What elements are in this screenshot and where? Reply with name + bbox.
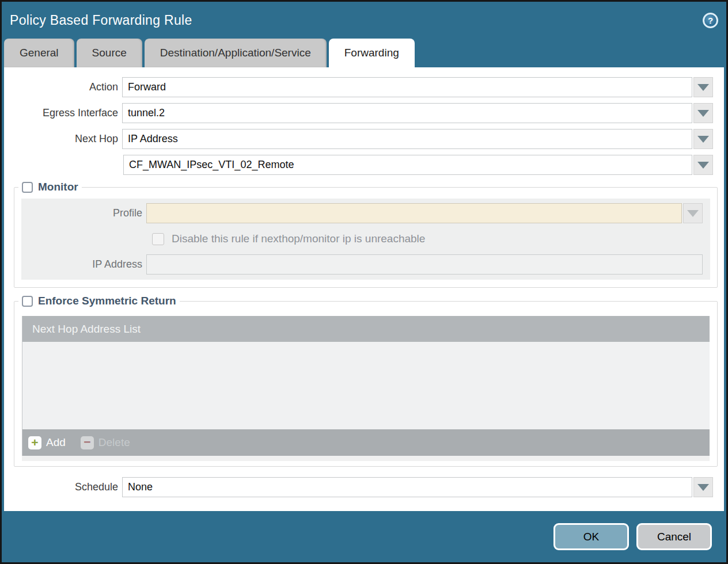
tab-bar: General Source Destination/Application/S… — [2, 39, 726, 67]
dialog-footer: OK Cancel — [2, 511, 726, 562]
action-row: Action Forward — [4, 77, 724, 97]
delete-button-label: Delete — [98, 436, 130, 449]
next-hop-label: Next Hop — [4, 133, 122, 145]
action-select[interactable]: Forward — [122, 77, 692, 97]
chevron-down-icon — [697, 484, 709, 491]
tab-forwarding[interactable]: Forwarding — [329, 39, 415, 67]
ok-button[interactable]: OK — [553, 523, 629, 550]
table-body[interactable] — [22, 342, 710, 429]
egress-interface-label: Egress Interface — [4, 107, 122, 119]
enforce-symmetric-return-legend: Enforce Symmetric Return — [18, 295, 180, 307]
next-hop-type-select[interactable]: IP Address — [122, 129, 692, 149]
chevron-down-icon — [697, 84, 709, 91]
next-hop-row: Next Hop IP Address — [4, 129, 724, 149]
delete-icon: − — [81, 436, 94, 449]
egress-interface-select[interactable]: tunnel.2 — [122, 103, 692, 123]
action-label: Action — [4, 81, 122, 93]
next-hop-address-list-table: Next Hop Address List + Add − Delete — [22, 316, 710, 456]
next-hop-address-dropdown-button[interactable] — [693, 155, 713, 175]
next-hop-address-select[interactable]: CF_MWAN_IPsec_VTI_02_Remote — [123, 155, 692, 175]
monitor-panel: Profile Disable this rule if nexthop/mon… — [21, 199, 710, 280]
schedule-row: Schedule None — [4, 477, 724, 497]
next-hop-address-row: CF_MWAN_IPsec_VTI_02_Remote — [4, 155, 724, 175]
next-hop-dropdown-button[interactable] — [693, 129, 713, 149]
disable-rule-row: Disable this rule if nexthop/monitor ip … — [152, 233, 710, 245]
chevron-down-icon — [697, 162, 709, 169]
egress-interface-dropdown-button[interactable] — [693, 103, 713, 123]
table-header: Next Hop Address List — [22, 316, 710, 342]
tab-content-forwarding: Action Forward Egress Interface tunnel.2… — [4, 67, 724, 511]
disable-rule-label: Disable this rule if nexthop/monitor ip … — [172, 233, 425, 245]
disable-rule-checkbox — [152, 233, 164, 245]
monitor-legend: Monitor — [18, 181, 82, 193]
schedule-select[interactable]: None — [122, 477, 692, 497]
enforce-symmetric-return-title: Enforce Symmetric Return — [38, 295, 176, 307]
schedule-label: Schedule — [4, 481, 122, 493]
monitor-section: Monitor Profile Disable this rule if nex… — [14, 181, 718, 288]
add-button[interactable]: + Add — [28, 436, 66, 449]
monitor-checkbox[interactable] — [22, 182, 33, 193]
monitor-ip-address-row: IP Address — [21, 254, 710, 275]
help-icon[interactable]: ? — [703, 13, 718, 28]
profile-label: Profile — [21, 207, 146, 219]
dialog-title: Policy Based Forwarding Rule — [10, 13, 192, 28]
add-button-label: Add — [46, 436, 66, 449]
profile-select[interactable] — [146, 203, 682, 223]
monitor-ip-address-label: IP Address — [21, 258, 146, 270]
table-scroll-strip — [22, 456, 710, 461]
table-header-label: Next Hop Address List — [32, 323, 141, 336]
chevron-down-icon — [697, 136, 709, 143]
chevron-down-icon — [687, 210, 699, 217]
schedule-dropdown-button[interactable] — [693, 477, 713, 497]
tab-source[interactable]: Source — [77, 39, 142, 67]
tab-destination-application-service[interactable]: Destination/Application/Service — [145, 39, 327, 67]
chevron-down-icon — [697, 110, 709, 117]
profile-row: Profile — [21, 203, 710, 223]
egress-interface-row: Egress Interface tunnel.2 — [4, 103, 724, 123]
delete-button: − Delete — [81, 436, 130, 449]
monitor-ip-address-input — [146, 254, 703, 275]
tab-general[interactable]: General — [4, 39, 74, 67]
enforce-symmetric-return-section: Enforce Symmetric Return Next Hop Addres… — [14, 295, 718, 467]
enforce-symmetric-return-checkbox[interactable] — [22, 296, 33, 307]
table-footer: + Add − Delete — [22, 429, 710, 456]
monitor-title: Monitor — [38, 181, 78, 193]
add-icon: + — [28, 436, 41, 449]
title-bar: Policy Based Forwarding Rule ? — [2, 2, 726, 39]
profile-dropdown-button — [683, 203, 703, 223]
action-dropdown-button[interactable] — [693, 77, 713, 97]
cancel-button[interactable]: Cancel — [636, 523, 712, 550]
policy-based-forwarding-rule-dialog: Policy Based Forwarding Rule ? General S… — [0, 0, 728, 564]
